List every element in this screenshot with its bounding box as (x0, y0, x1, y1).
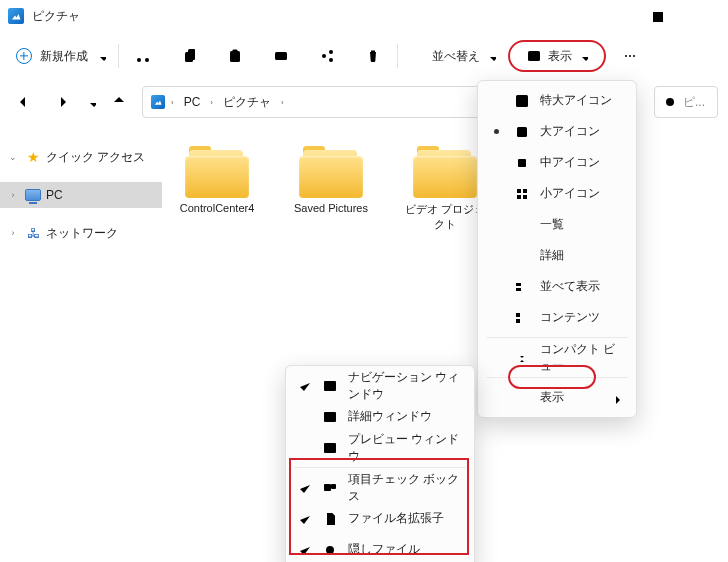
menu-item-small-icons[interactable]: 小アイコン (478, 178, 636, 209)
check-icon (297, 543, 311, 557)
folder-item[interactable]: Saved Pictures (288, 146, 374, 232)
sort-button[interactable]: 並べ替え (404, 38, 502, 74)
show-submenu: ナビゲーション ウィンドウ 詳細ウィンドウ プレビュー ウィンドウ 項目チェック… (285, 365, 475, 562)
content-icon (514, 310, 530, 326)
item-label: Saved Pictures (294, 202, 368, 214)
submenu-item-check-boxes[interactable]: 項目チェック ボックス (286, 472, 474, 503)
view-icon (526, 48, 542, 64)
submenu-item-detail-pane[interactable]: 詳細ウィンドウ (286, 401, 474, 432)
rename-button[interactable] (263, 38, 299, 74)
bullet-icon (488, 129, 504, 134)
folder-icon (299, 146, 363, 196)
menu-item-tiles[interactable]: 並べて表示 (478, 271, 636, 302)
back-icon (15, 94, 31, 110)
menu-item-details[interactable]: 詳細 (478, 240, 636, 271)
more-button[interactable] (612, 38, 648, 74)
details-icon (514, 248, 530, 264)
window-close[interactable] (680, 0, 726, 32)
menu-item-large-icons[interactable]: 大アイコン (478, 116, 636, 147)
nav-item-pc[interactable]: › PC (0, 182, 162, 208)
layout-lg-icon (514, 124, 530, 140)
tiles-icon (514, 279, 530, 295)
breadcrumb-seg[interactable]: ピクチャ (219, 92, 275, 113)
cut-icon (135, 48, 151, 64)
menu-item-content[interactable]: コンテンツ (478, 302, 636, 333)
hidden-icon (322, 542, 338, 558)
folder-item[interactable]: ControlCenter4 (174, 146, 260, 232)
submenu-item-hidden-files[interactable]: 隠しファイル (286, 534, 474, 562)
folder-item[interactable]: ビデオ プロジェクト (402, 146, 488, 232)
paste-button[interactable] (217, 38, 253, 74)
file-ext-icon (322, 511, 338, 527)
window-minimize[interactable] (588, 0, 634, 32)
list-icon (514, 217, 530, 233)
chevron-down-icon[interactable] (86, 97, 96, 107)
window-maximize[interactable] (634, 0, 680, 32)
check-icon (297, 512, 311, 526)
search-placeholder: ピ... (683, 94, 705, 111)
nav-label: PC (46, 188, 63, 202)
submenu-item-preview-pane[interactable]: プレビュー ウィンドウ (286, 432, 474, 463)
nav-label: ネットワーク (46, 225, 118, 242)
search-box[interactable]: ピ... (654, 86, 718, 118)
new-button[interactable]: 新規作成 (10, 38, 112, 74)
menu-separator (486, 377, 628, 378)
sort-label: 並べ替え (432, 48, 480, 65)
copy-button[interactable] (171, 38, 207, 74)
menu-item-show-submenu[interactable]: 表示 (478, 382, 636, 413)
check-icon (297, 379, 311, 393)
folder-icon (185, 146, 249, 196)
chevron-right-icon: › (281, 98, 284, 107)
separator (118, 44, 119, 68)
chevron-right-icon: › (171, 98, 174, 107)
menu-item-medium-icons[interactable]: 中アイコン (478, 147, 636, 178)
chevron-right-icon[interactable]: › (6, 190, 20, 200)
new-label: 新規作成 (40, 48, 88, 65)
network-icon: 🖧 (24, 224, 42, 242)
chevron-right-icon (610, 392, 622, 404)
submenu-item-file-ext[interactable]: ファイル名拡張子 (286, 503, 474, 534)
menu-separator (294, 467, 466, 468)
chevron-down-icon (486, 51, 496, 61)
nav-item-network[interactable]: › 🖧 ネットワーク (0, 220, 162, 246)
delete-button[interactable] (355, 38, 391, 74)
more-icon (622, 48, 638, 64)
separator (397, 44, 398, 68)
nav-up[interactable] (102, 87, 136, 117)
view-button[interactable]: 表示 (508, 40, 606, 72)
check-icon (297, 481, 311, 495)
cut-button[interactable] (125, 38, 161, 74)
folder-icon (413, 146, 477, 196)
app-pictures-icon (8, 8, 24, 24)
chevron-right-icon[interactable]: › (6, 228, 20, 238)
menu-item-list[interactable]: 一覧 (478, 209, 636, 240)
chevron-right-icon: › (210, 98, 213, 107)
share-icon (319, 48, 335, 64)
layout-sm-icon (514, 186, 530, 202)
menu-item-extra-large-icons[interactable]: 特大アイコン (478, 85, 636, 116)
menu-separator (486, 337, 628, 338)
submenu-item-nav-pane[interactable]: ナビゲーション ウィンドウ (286, 370, 474, 401)
menu-item-compact-view[interactable]: コンパクト ビュー (478, 342, 636, 373)
layout-xl-icon (514, 93, 530, 109)
share-button[interactable] (309, 38, 345, 74)
view-label: 表示 (548, 48, 572, 65)
pc-icon (25, 189, 41, 201)
forward-icon (55, 94, 71, 110)
nav-forward[interactable] (46, 87, 80, 117)
detail-pane-icon (322, 409, 338, 425)
nav-back[interactable] (6, 87, 40, 117)
star-icon: ★ (27, 149, 40, 165)
sort-icon (410, 48, 426, 64)
search-icon (663, 95, 677, 109)
nav-label: クイック アクセス (46, 149, 145, 166)
nav-item-quick-access[interactable]: ⌄ ★ クイック アクセス (0, 144, 162, 170)
paste-icon (227, 48, 243, 64)
item-label: ビデオ プロジェクト (402, 202, 488, 232)
view-menu: 特大アイコン 大アイコン 中アイコン 小アイコン 一覧 詳細 並べて表示 コンテ… (477, 80, 637, 418)
chevron-down-icon[interactable]: ⌄ (6, 152, 20, 162)
layout-md-icon (514, 155, 530, 171)
preview-pane-icon (322, 440, 338, 456)
chevron-down-icon (578, 51, 588, 61)
breadcrumb-seg[interactable]: PC (180, 93, 205, 111)
